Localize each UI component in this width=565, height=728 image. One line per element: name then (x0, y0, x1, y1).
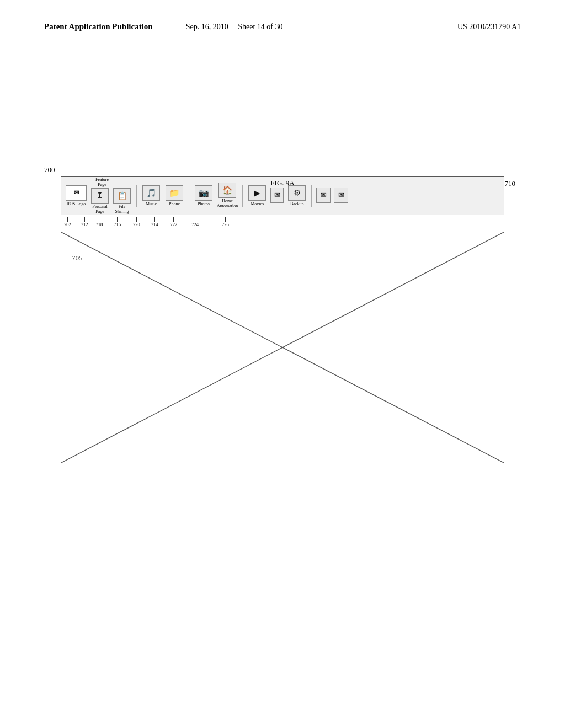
ref-714: 714 (151, 217, 158, 227)
figure-label-700: 700 (44, 165, 55, 174)
toolbar-divider-2 (189, 185, 189, 207)
toolbar-item-file-sharing[interactable]: 📋 FileSharing (112, 188, 132, 215)
label-705: 705 (72, 254, 83, 263)
toolbar-item-personal-page[interactable]: 🗓 PersonalPage (90, 188, 110, 215)
ref-722: 722 (170, 217, 178, 227)
toolbar-item-phone[interactable]: 📁 Phone (164, 185, 184, 207)
ref-712: 712 (81, 217, 88, 227)
file-sharing-icon: 📋 (113, 188, 131, 204)
toolbar-item-movies[interactable]: ▶ Movies (247, 185, 267, 207)
ref-numbers-row: 702 712 718 716 720 714 722 724 (61, 217, 504, 227)
ref-716: 716 (114, 217, 121, 227)
toolbar-item-extra1[interactable]: ✉ (316, 188, 331, 204)
patent-number: US 2010/231790 A1 (457, 23, 521, 31)
toolbar-item-photos[interactable]: 📷 Photos (194, 185, 214, 207)
toolbar-item-music[interactable]: 🎵 Music (141, 185, 161, 207)
personal-page-icon: 🗓 (91, 188, 109, 204)
ref-724: 724 (191, 217, 199, 227)
publication-date: Sep. 16, 2010 Sheet 14 of 30 (186, 23, 457, 31)
extra1-icon: ✉ (316, 188, 331, 203)
toolbar-divider-4 (311, 185, 312, 207)
email-icon: ✉ (270, 188, 284, 203)
content-area (61, 232, 504, 463)
toolbar-divider-3 (242, 185, 243, 207)
page-header: Patent Application Publication Sep. 16, … (0, 22, 565, 36)
ref-702: 702 (64, 217, 71, 227)
toolbar-item-backup[interactable]: ⚙ Backup (287, 185, 307, 207)
toolbar-item-extra2[interactable]: ✉ (334, 188, 348, 204)
figure-caption: FIG. 9A (44, 179, 521, 188)
ref-718: 718 (96, 217, 103, 227)
ref-726: 726 (222, 217, 229, 227)
toolbar-item-ros-logo[interactable]: ✉ ROS Logo (66, 185, 87, 207)
toolbar-divider-1 (136, 185, 137, 207)
extra2-icon: ✉ (334, 188, 348, 203)
toolbar-item-email[interactable]: ✉ (270, 188, 284, 204)
content-svg (61, 232, 504, 463)
publication-title: Patent Application Publication (44, 22, 153, 31)
ref-720: 720 (133, 217, 140, 227)
ros-logo-label: ROS Logo (67, 202, 86, 207)
